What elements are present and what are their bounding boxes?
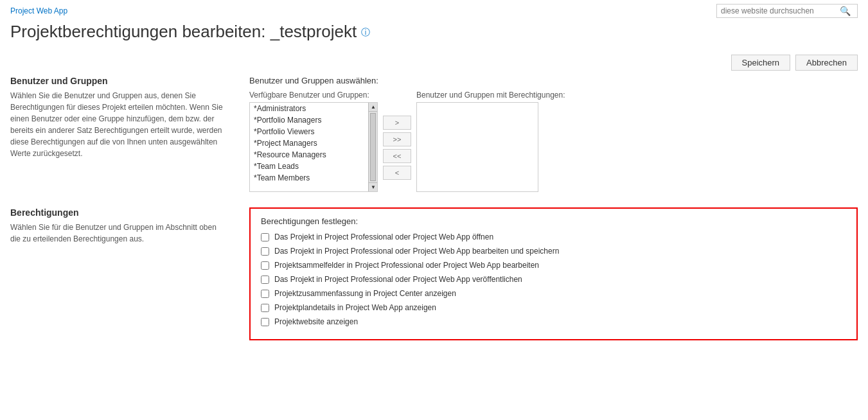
permissions-section: Berechtigungen Wählen Sie für die Benutz… (0, 207, 868, 340)
permission-label-2: Das Projekt in Project Professional oder… (274, 247, 559, 256)
main-content: Benutzer und Gruppen Wählen Sie die Benu… (0, 76, 868, 192)
move-left-all-button[interactable]: << (383, 149, 411, 163)
permission-label-6: Projektplandetails in Project Web App an… (274, 303, 436, 312)
users-groups-title: Benutzer und Gruppen (10, 76, 229, 86)
permission-label-4: Das Projekt in Project Professional oder… (274, 275, 522, 284)
permission-checkbox-6[interactable] (261, 304, 269, 312)
list-item[interactable]: *Administrators (250, 103, 367, 114)
users-groups-panel: Benutzer und Gruppen auswählen: Verfügba… (249, 76, 858, 192)
list-item[interactable]: *Portfolio Viewers (250, 126, 367, 137)
permission-item-5: Projektzusammenfassung in Project Center… (261, 289, 846, 298)
permission-label-1: Das Projekt in Project Professional oder… (274, 232, 493, 241)
permission-item-4: Das Projekt in Project Professional oder… (261, 275, 846, 284)
permission-label-7: Projektwebsite anzeigen (274, 317, 358, 326)
selected-label: Benutzer und Gruppen mit Berechtigungen: (416, 91, 565, 100)
list-item[interactable]: *Portfolio Managers (250, 114, 367, 126)
permissions-title: Berechtigungen (10, 207, 229, 218)
list-transfer: Verfügbare Benutzer und Gruppen: *Admini… (249, 91, 858, 192)
permission-checkbox-7[interactable] (261, 318, 269, 326)
list-item[interactable]: *Resource Managers (250, 149, 367, 161)
search-icon[interactable]: 🔍 (840, 6, 851, 16)
permissions-description-panel: Berechtigungen Wählen Sie für die Benutz… (10, 207, 229, 340)
permissions-set-label: Berechtigungen festlegen: (261, 216, 846, 226)
save-button[interactable]: Speichern (731, 55, 791, 71)
move-right-all-button[interactable]: >> (383, 132, 411, 146)
scroll-up-btn[interactable]: ▲ (369, 103, 378, 112)
selected-list-box[interactable] (416, 102, 538, 192)
permission-item-2: Das Projekt in Project Professional oder… (261, 247, 846, 256)
scroll-thumb (370, 113, 376, 181)
permission-item-6: Projektplandetails in Project Web App an… (261, 303, 846, 312)
permission-checkbox-1[interactable] (261, 233, 269, 241)
action-bar: Speichern Abbrechen (0, 49, 868, 76)
select-label: Benutzer und Gruppen auswählen: (249, 76, 858, 85)
permissions-box: Berechtigungen festlegen: Das Projekt in… (249, 207, 858, 340)
cancel-button[interactable]: Abbrechen (795, 55, 858, 71)
permission-label-5: Projektzusammenfassung in Project Center… (274, 289, 456, 298)
permission-item-7: Projektwebsite anzeigen (261, 317, 846, 326)
move-left-one-button[interactable]: < (383, 166, 411, 180)
page-title-container: Projektberechtigungen bearbeiten: _testp… (0, 19, 868, 49)
scroll-down-btn[interactable]: ▼ (369, 182, 378, 191)
list-item[interactable]: *Team Leads (250, 161, 367, 172)
permission-checkbox-3[interactable] (261, 261, 269, 270)
permission-checkbox-4[interactable] (261, 276, 269, 284)
available-label: Verfügbare Benutzer und Gruppen: (249, 91, 378, 100)
permission-checkbox-5[interactable] (261, 290, 269, 298)
list-item[interactable]: *Team Members (250, 172, 367, 184)
transfer-buttons: > >> << < (383, 103, 411, 180)
permission-label-3: Projektsammelfelder in Project Professio… (274, 261, 539, 270)
search-box: 🔍 (716, 4, 858, 18)
top-bar: Project Web App 🔍 (0, 0, 868, 19)
permission-item-3: Projektsammelfelder in Project Professio… (261, 261, 846, 270)
users-groups-desc: Wählen Sie die Benutzer und Gruppen aus,… (10, 90, 229, 159)
move-right-one-button[interactable]: > (383, 116, 411, 130)
users-groups-description-panel: Benutzer und Gruppen Wählen Sie die Benu… (10, 76, 229, 192)
permissions-desc: Wählen Sie für die Benutzer und Gruppen … (10, 222, 229, 245)
available-list-box[interactable]: *Administrators *Portfolio Managers *Por… (249, 102, 378, 192)
available-list-container: Verfügbare Benutzer und Gruppen: *Admini… (249, 91, 378, 192)
list-item[interactable]: *Project Managers (250, 137, 367, 149)
permission-checkbox-2[interactable] (261, 247, 269, 256)
info-icon[interactable]: ⓘ (361, 27, 370, 37)
search-input[interactable] (721, 6, 840, 15)
permission-item-1: Das Projekt in Project Professional oder… (261, 232, 846, 241)
selected-list-container: Benutzer und Gruppen mit Berechtigungen: (416, 91, 565, 192)
page-title: Projektberechtigungen bearbeiten: _testp… (10, 22, 357, 41)
app-title[interactable]: Project Web App (10, 6, 67, 15)
